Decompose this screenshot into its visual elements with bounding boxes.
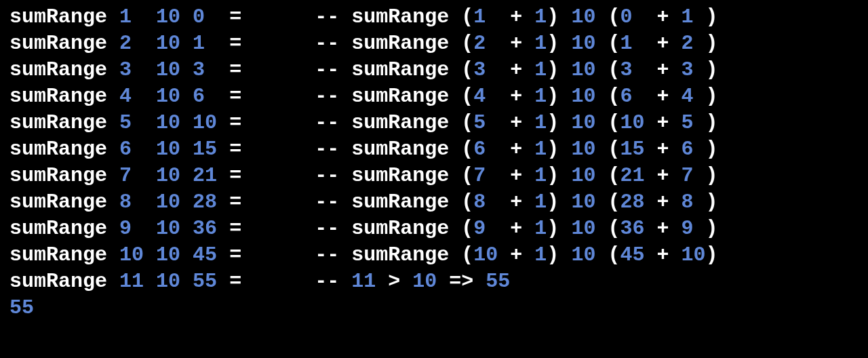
- code-line: sumRange 10 10 45 = -- sumRange (10 + 1)…: [9, 242, 859, 268]
- code-line: sumRange 5 10 10 = -- sumRange (5 + 1) 1…: [9, 110, 859, 136]
- code-line: sumRange 3 10 3 = -- sumRange (3 + 1) 10…: [9, 57, 859, 83]
- result-line: 55: [9, 295, 859, 321]
- code-line: sumRange 11 10 55 = -- 11 > 10 => 55: [9, 268, 859, 295]
- code-block: sumRange 1 10 0 = -- sumRange (1 + 1) 10…: [0, 0, 868, 327]
- code-line: sumRange 2 10 1 = -- sumRange (2 + 1) 10…: [9, 31, 859, 57]
- code-line: sumRange 9 10 36 = -- sumRange (9 + 1) 1…: [9, 216, 859, 242]
- code-line: sumRange 8 10 28 = -- sumRange (8 + 1) 1…: [9, 189, 859, 216]
- code-line: sumRange 7 10 21 = -- sumRange (7 + 1) 1…: [9, 163, 859, 189]
- code-line: sumRange 6 10 15 = -- sumRange (6 + 1) 1…: [9, 136, 859, 163]
- code-line: sumRange 1 10 0 = -- sumRange (1 + 1) 10…: [9, 4, 859, 31]
- code-line: sumRange 4 10 6 = -- sumRange (4 + 1) 10…: [9, 83, 859, 110]
